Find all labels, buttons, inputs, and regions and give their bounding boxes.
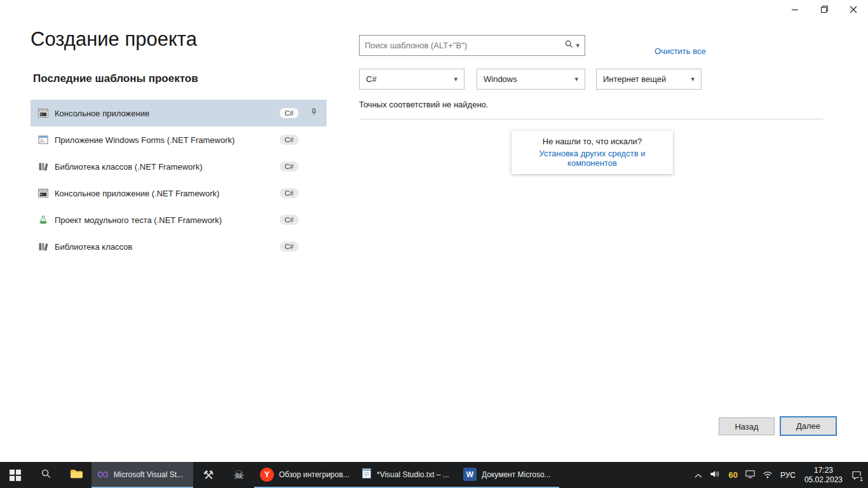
template-label: Консольное приложение (.NET Framework) <box>55 189 273 198</box>
language-filter-dropdown[interactable]: C# ▾ <box>359 69 465 90</box>
class-library-icon <box>38 161 48 172</box>
platform-filter-dropdown[interactable]: Windows ▾ <box>477 69 585 90</box>
template-label: Приложение Windows Forms (.NET Framework… <box>55 135 273 145</box>
tray-device-button[interactable] <box>742 462 759 488</box>
taskbar-app-label: Microsoft Visual St... <box>114 470 187 479</box>
start-button[interactable] <box>0 462 31 488</box>
language-badge: C# <box>280 108 299 118</box>
action-center-button[interactable]: 1 <box>848 462 865 488</box>
not-found-box: Не нашли то, что искали? Установка други… <box>512 131 673 174</box>
notepad-icon <box>362 468 372 482</box>
next-button[interactable]: Далее <box>780 416 837 436</box>
chevron-up-icon <box>695 470 702 481</box>
results-divider <box>359 119 823 119</box>
minimize-button[interactable] <box>780 0 810 20</box>
language-badge: C# <box>280 188 299 198</box>
language-filter-value: C# <box>366 74 377 84</box>
taskbar-app-label: *Visual Studio.txt – ... <box>377 470 452 479</box>
taskbar-search-button[interactable] <box>31 462 61 488</box>
template-label: Консольное приложение <box>55 109 273 118</box>
visual-studio-icon: ∞ <box>97 466 109 482</box>
notification-icon: 1 <box>851 470 862 480</box>
chevron-down-icon: ▾ <box>691 76 695 83</box>
template-label: Библиотека классов <box>55 242 273 252</box>
page-title: Создание проекта <box>31 28 197 51</box>
template-row-winforms-app[interactable]: Приложение Windows Forms (.NET Framework… <box>31 126 327 153</box>
console-app-icon <box>38 188 48 198</box>
maximize-button[interactable] <box>810 0 839 20</box>
speaker-icon <box>710 470 721 481</box>
no-match-text: Точных соответствий не найдено. <box>359 100 488 109</box>
clock-time: 17:23 <box>814 466 833 475</box>
template-row-unit-test-netfx[interactable]: Проект модульного теста (.NET Framework)… <box>31 207 327 233</box>
recent-templates-list: Консольное приложение C# Приложение Wind… <box>31 100 327 260</box>
restore-icon <box>820 4 829 16</box>
class-library-icon <box>38 241 48 252</box>
search-icon <box>41 468 51 482</box>
template-row-console-app-netfx[interactable]: Консольное приложение (.NET Framework) C… <box>31 180 327 207</box>
back-button[interactable]: Назад <box>719 417 775 435</box>
file-explorer-button[interactable] <box>61 462 92 488</box>
monitor-icon <box>745 470 755 481</box>
taskbar-app-label: Документ Microso... <box>482 470 553 479</box>
notification-count-badge: 1 <box>858 476 864 482</box>
tray-overflow-button[interactable] <box>691 462 706 488</box>
pin-icon[interactable] <box>309 107 318 119</box>
search-controls: ▾ <box>564 39 580 51</box>
taskbar: ∞ Microsoft Visual St... ⚒ ☠ Y Обзор инт… <box>0 462 868 488</box>
chevron-down-icon: ▾ <box>454 76 458 83</box>
network-button[interactable] <box>759 462 776 488</box>
word-icon: W <box>463 468 477 481</box>
template-label: Библиотека классов (.NET Framework) <box>55 162 273 172</box>
taskbar-app-visual-studio[interactable]: ∞ Microsoft Visual St... <box>92 462 193 488</box>
unit-test-icon <box>38 215 48 225</box>
install-tools-link[interactable]: Установка других средств и компонентов <box>517 149 668 168</box>
language-badge: C# <box>280 135 299 145</box>
not-found-title: Не нашли то, что искали? <box>517 137 668 146</box>
language-badge: C# <box>280 161 299 172</box>
search-icon[interactable] <box>564 39 574 51</box>
language-badge: C# <box>280 241 299 252</box>
winforms-app-icon <box>38 135 48 145</box>
wifi-icon <box>763 470 773 481</box>
taskbar-pinned-game-button[interactable]: ⚒ <box>193 462 224 488</box>
search-dropdown-caret-icon[interactable]: ▾ <box>576 42 580 49</box>
platform-filter-value: Windows <box>484 74 517 84</box>
template-search-box[interactable]: ▾ <box>359 35 585 56</box>
taskbar-pinned-skull-game-button[interactable]: ☠ <box>224 462 254 488</box>
project-type-filter-value: Интернет вещей <box>603 74 666 84</box>
close-button[interactable] <box>839 0 868 20</box>
template-row-class-library[interactable]: Библиотека классов C# <box>31 233 327 260</box>
clock-date: 05.02.2023 <box>804 475 843 485</box>
yandex-browser-icon: Y <box>260 468 274 482</box>
skull-icon: ☠ <box>233 469 244 481</box>
hammer-pick-icon: ⚒ <box>203 469 214 481</box>
template-label: Проект модульного теста (.NET Framework) <box>55 215 273 225</box>
template-row-console-app[interactable]: Консольное приложение C# <box>31 100 327 126</box>
search-input[interactable] <box>365 41 562 50</box>
taskbar-app-word[interactable]: W Документ Microso... <box>458 462 559 488</box>
taskbar-app-yandex-browser[interactable]: Y Обзор интегриров... <box>254 462 356 488</box>
template-row-class-library-netfx[interactable]: Библиотека классов (.NET Framework) C# <box>31 153 327 180</box>
project-type-filter-dropdown[interactable]: Интернет вещей ▾ <box>596 69 702 90</box>
recent-templates-heading: Последние шаблоны проектов <box>33 72 198 85</box>
new-project-dialog: Создание проекта Последние шаблоны проек… <box>0 0 868 488</box>
clear-all-link[interactable]: Очистить все <box>654 46 706 56</box>
volume-button[interactable] <box>706 462 724 488</box>
system-tray: 60 РУС 17:23 05.02.2023 1 <box>691 462 868 488</box>
close-icon <box>850 4 857 16</box>
language-badge: C# <box>280 215 299 225</box>
windows-logo-icon <box>10 470 21 481</box>
caption-bar <box>780 0 868 20</box>
minimize-icon <box>791 4 799 16</box>
fps-counter-value: 60 <box>728 470 737 480</box>
performance-counter: 60 <box>724 462 741 488</box>
folder-icon <box>70 468 83 482</box>
taskbar-app-notepad[interactable]: *Visual Studio.txt – ... <box>356 462 458 488</box>
input-language-label: РУС <box>780 471 796 480</box>
taskbar-app-label: Обзор интегриров... <box>279 470 350 479</box>
language-indicator[interactable]: РУС <box>776 462 799 488</box>
taskbar-clock[interactable]: 17:23 05.02.2023 <box>799 466 848 485</box>
console-app-icon <box>38 108 48 118</box>
chevron-down-icon: ▾ <box>574 76 578 83</box>
